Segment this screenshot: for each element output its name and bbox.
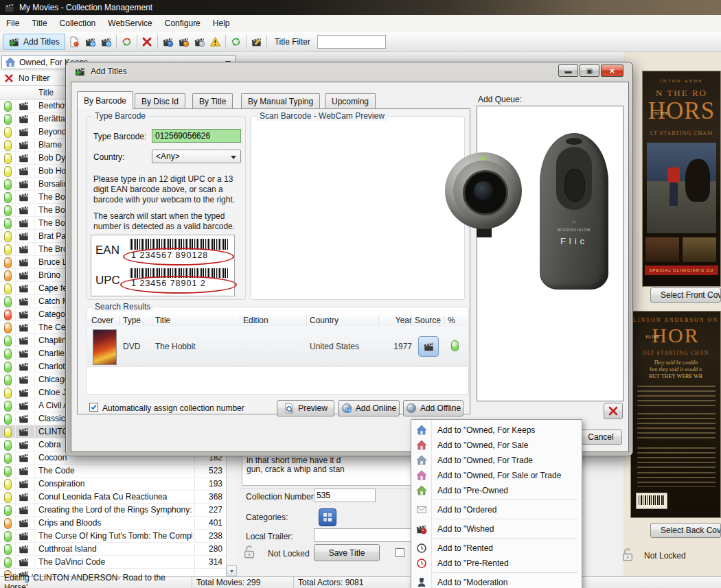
add-queue-label: Add Queue:	[478, 95, 522, 104]
column-header-edition[interactable]: Edition	[243, 316, 307, 325]
select-back-cover-button[interactable]: Select Back Cove	[650, 523, 721, 538]
list-item-row[interactable]: Conspiration193	[0, 478, 226, 491]
close-button[interactable]: ✕	[601, 64, 623, 77]
queue-remove-button[interactable]	[604, 403, 623, 419]
column-header-source[interactable]: Source	[415, 316, 445, 325]
maximize-button[interactable]: ▣	[580, 64, 599, 77]
status-editing: Editing 'CLINTON ANDERSON- Road to the H…	[4, 573, 192, 588]
tab-upcoming[interactable]: Upcoming	[325, 93, 376, 108]
auto-assign-checkbox[interactable]	[89, 403, 98, 412]
toolbar-person-title-icon[interactable]	[176, 34, 192, 49]
scroll-down-icon[interactable]: ▼	[227, 565, 237, 576]
partial-checkbox[interactable]	[396, 548, 404, 557]
column-header-country[interactable]: Country	[310, 316, 379, 325]
save-title-button[interactable]: Save Title	[314, 544, 380, 561]
list-item-row[interactable]: The Code523	[0, 464, 226, 478]
title-filter-input[interactable]	[317, 35, 386, 49]
menu-item-add-to-pre-owned[interactable]: Add to "Pre-Owned	[411, 483, 582, 498]
status-pill-icon	[4, 283, 12, 294]
add-online-button[interactable]: Add Online	[338, 400, 400, 416]
webcam-image	[437, 152, 529, 266]
toolbar-reload-title-icon[interactable]	[160, 34, 176, 49]
clear-filter-icon	[4, 73, 14, 83]
list-item-row[interactable]: Cutthroat Island280	[0, 543, 226, 556]
menu-item-add-to-moderation[interactable]: Add to "Moderation	[411, 575, 582, 588]
toolbar-sync-titles-icon[interactable]	[119, 34, 135, 49]
back-cover-image[interactable]: LINTON ANDERSON ON HOR TO THE OLT STARTI…	[630, 311, 721, 518]
barcode-sample-image: EAN 1 234567 890128 UPC 1 23456 78901 2	[91, 235, 235, 296]
chevron-down-icon	[231, 156, 236, 159]
tab-by-barcode[interactable]: By Barcode	[77, 91, 133, 109]
result-type: DVD	[123, 342, 140, 351]
toolbar-web-title-icon[interactable]	[82, 34, 98, 49]
menu-item-add-to-rented[interactable]: Add to "Rented	[411, 541, 582, 556]
column-header-type[interactable]: Type	[123, 316, 152, 325]
tab-by-title[interactable]: By Title	[192, 93, 233, 108]
list-item-row[interactable]: Creating the Lord of the Rings Symphony:…	[0, 504, 226, 517]
title-column-header[interactable]: Title	[38, 88, 54, 97]
menu-title[interactable]: Title	[25, 15, 53, 32]
movie-clapper-icon	[15, 178, 35, 190]
house-icon	[411, 485, 431, 496]
menubar: FileTitleCollectionWebServiceConfigureHe…	[0, 15, 721, 33]
status-pill-icon	[4, 205, 12, 216]
menu-item-add-to-wished[interactable]: Add to "Wished	[411, 521, 582, 537]
toolbar-web-title-alt-icon[interactable]	[98, 34, 114, 49]
country-select[interactable]: <Any>	[152, 150, 241, 163]
menu-item-add-to-pre-rented[interactable]: Add to "Pre-Rented	[411, 556, 582, 571]
menu-item-add-to-owned-for-sale-or-trade[interactable]: Add to "Owned, For Sale or Trade	[411, 468, 582, 483]
type-barcode-group: Type Barcode Type Barcode: Country: <Any…	[86, 116, 246, 300]
tab-by-manual-typing[interactable]: By Manual Typing	[241, 93, 320, 108]
local-trailer-label: Local Trailer:	[246, 532, 293, 541]
column-header-match[interactable]: %	[448, 316, 466, 325]
menu-item-add-to-owned-for-keeps[interactable]: Add to "Owned, For Keeps	[411, 423, 582, 438]
column-header-year[interactable]: Year	[382, 316, 412, 325]
local-trailer-input[interactable]	[314, 528, 415, 542]
search-results-header[interactable]: CoverTypeTitleEditionCountryYearSource%	[87, 314, 468, 327]
movie-clapper-icon	[15, 308, 35, 320]
unlock-icon[interactable]	[242, 544, 257, 559]
toolbar-web-doc-icon[interactable]	[67, 34, 82, 49]
search-result-row[interactable]: DVD The Hobbit United States 1977	[87, 327, 468, 367]
menu-item-add-to-owned-for-trade[interactable]: Add to "Owned, For Trade	[411, 453, 582, 468]
front-cover-image[interactable]: INTON ANDE N THE RO HORS TO THE LT START…	[642, 71, 721, 287]
list-item-row[interactable]: Conul Leonida Fata Cu Reactiunea368	[0, 491, 226, 504]
toolbar-delete-title-icon[interactable]	[139, 34, 155, 49]
status-pill-icon	[4, 218, 12, 229]
add-titles-button[interactable]: Add Titles	[3, 34, 65, 50]
menu-item-add-to-ordered[interactable]: Add to "Ordered	[411, 502, 582, 517]
categories-button[interactable]	[319, 508, 336, 526]
column-header-title[interactable]: Title	[155, 316, 240, 325]
minimize-button[interactable]: ▬	[558, 64, 578, 77]
menu-item-add-to-owned-for-sale[interactable]: Add to "Owned, For Sale	[411, 438, 582, 453]
menu-file[interactable]: File	[0, 15, 25, 32]
tab-by-disc-id[interactable]: By Disc Id	[135, 93, 185, 108]
cover-unlock-icon[interactable]	[620, 547, 635, 562]
list-item-row[interactable]: Crips and Bloods401	[0, 517, 226, 530]
select-front-cover-button[interactable]: Select Front Cove	[650, 287, 721, 303]
add-offline-button[interactable]: Add Offline	[403, 400, 464, 416]
menu-configure[interactable]: Configure	[159, 15, 207, 32]
by-barcode-tab-page: Type Barcode Type Barcode: Country: <Any…	[77, 108, 470, 414]
cancel-button[interactable]: Cancel	[580, 430, 622, 445]
movie-clapper-icon	[15, 360, 35, 373]
menu-webservice[interactable]: WebService	[102, 15, 158, 32]
collection-number-input[interactable]	[314, 489, 376, 502]
list-item-row[interactable]: The Curse Of King Tut's Tomb: The Comple…	[0, 530, 226, 543]
toolbar-refresh-icon[interactable]	[228, 34, 244, 49]
movie-clapper-icon	[15, 517, 35, 529]
menu-help[interactable]: Help	[207, 15, 236, 32]
menu-collection[interactable]: Collection	[54, 15, 102, 32]
toolbar-disc-title-icon[interactable]	[192, 34, 207, 49]
preview-button[interactable]: Preview	[277, 400, 334, 416]
status-pill-icon	[4, 257, 12, 268]
barcode-input[interactable]	[152, 129, 241, 143]
movie-clapper-icon	[15, 451, 35, 464]
toolbar-warning-icon[interactable]	[207, 34, 223, 49]
status-pill-icon	[4, 140, 12, 151]
status-total-actors: Total Actors: 9081	[298, 578, 363, 587]
result-cover-thumbnail	[93, 329, 117, 365]
toolbar-edit-title-icon[interactable]	[249, 34, 264, 49]
list-item-row[interactable]: The DaVinci Code314	[0, 556, 226, 569]
column-header-cover[interactable]: Cover	[91, 316, 120, 325]
